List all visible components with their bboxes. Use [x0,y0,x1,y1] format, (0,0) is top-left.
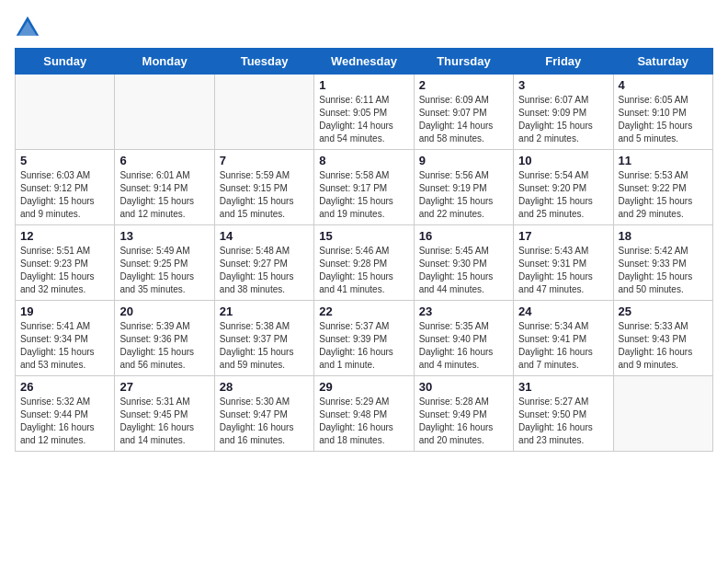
calendar-cell [613,376,712,452]
calendar-cell: 24Sunrise: 5:34 AM Sunset: 9:41 PM Dayli… [514,301,613,376]
calendar-cell: 15Sunrise: 5:46 AM Sunset: 9:28 PM Dayli… [314,225,414,301]
calendar-cell: 10Sunrise: 5:54 AM Sunset: 9:20 PM Dayli… [514,150,613,225]
calendar-cell: 11Sunrise: 5:53 AM Sunset: 9:22 PM Dayli… [613,150,712,225]
day-info: Sunrise: 6:07 AM Sunset: 9:09 PM Dayligh… [518,94,608,145]
day-header-tuesday: Tuesday [214,49,313,75]
calendar-cell: 9Sunrise: 5:56 AM Sunset: 9:19 PM Daylig… [414,150,513,225]
day-info: Sunrise: 5:34 AM Sunset: 9:41 PM Dayligh… [518,320,608,372]
calendar-cell: 5Sunrise: 6:03 AM Sunset: 9:12 PM Daylig… [16,150,115,225]
calendar-header-row: SundayMondayTuesdayWednesdayThursdayFrid… [16,49,713,75]
day-info: Sunrise: 5:38 AM Sunset: 9:37 PM Dayligh… [220,320,309,372]
day-number: 16 [419,229,508,243]
day-number: 27 [119,380,209,394]
calendar-cell: 16Sunrise: 5:45 AM Sunset: 9:30 PM Dayli… [414,225,513,301]
day-info: Sunrise: 5:30 AM Sunset: 9:47 PM Dayligh… [220,396,309,447]
day-number: 20 [119,304,209,318]
day-info: Sunrise: 5:54 AM Sunset: 9:20 PM Dayligh… [518,169,608,221]
day-info: Sunrise: 5:48 AM Sunset: 9:27 PM Dayligh… [220,245,309,296]
calendar-cell: 3Sunrise: 6:07 AM Sunset: 9:09 PM Daylig… [514,75,613,150]
day-number: 9 [419,154,508,167]
calendar-cell: 23Sunrise: 5:35 AM Sunset: 9:40 PM Dayli… [414,301,513,376]
day-number: 31 [518,380,608,394]
day-info: Sunrise: 5:59 AM Sunset: 9:15 PM Dayligh… [220,169,309,221]
day-number: 7 [220,154,309,167]
day-number: 11 [619,154,708,167]
day-info: Sunrise: 5:53 AM Sunset: 9:22 PM Dayligh… [619,169,708,221]
day-number: 30 [419,380,508,394]
day-info: Sunrise: 5:27 AM Sunset: 9:50 PM Dayligh… [518,396,608,447]
day-number: 14 [220,229,309,243]
calendar-cell: 27Sunrise: 5:31 AM Sunset: 9:45 PM Dayli… [115,376,214,452]
day-info: Sunrise: 5:28 AM Sunset: 9:49 PM Dayligh… [419,396,508,447]
calendar-cell: 28Sunrise: 5:30 AM Sunset: 9:47 PM Dayli… [214,376,313,452]
day-info: Sunrise: 5:29 AM Sunset: 9:48 PM Dayligh… [319,396,408,447]
day-number: 19 [20,304,109,318]
calendar-week-row: 26Sunrise: 5:32 AM Sunset: 9:44 PM Dayli… [16,376,713,452]
calendar-cell: 7Sunrise: 5:59 AM Sunset: 9:15 PM Daylig… [214,150,313,225]
day-header-wednesday: Wednesday [314,49,414,75]
day-number: 2 [419,78,508,92]
calendar-cell: 4Sunrise: 6:05 AM Sunset: 9:10 PM Daylig… [613,75,712,150]
calendar-cell: 13Sunrise: 5:49 AM Sunset: 9:25 PM Dayli… [115,225,214,301]
calendar-cell: 12Sunrise: 5:51 AM Sunset: 9:23 PM Dayli… [16,225,115,301]
day-info: Sunrise: 6:03 AM Sunset: 9:12 PM Dayligh… [20,169,109,221]
calendar-cell: 29Sunrise: 5:29 AM Sunset: 9:48 PM Dayli… [314,376,414,452]
day-info: Sunrise: 5:58 AM Sunset: 9:17 PM Dayligh… [319,169,408,221]
day-number: 3 [518,78,608,92]
calendar-week-row: 19Sunrise: 5:41 AM Sunset: 9:34 PM Dayli… [16,301,713,376]
day-number: 1 [319,78,408,92]
calendar-cell: 6Sunrise: 6:01 AM Sunset: 9:14 PM Daylig… [115,150,214,225]
day-info: Sunrise: 5:43 AM Sunset: 9:31 PM Dayligh… [518,245,608,296]
day-header-sunday: Sunday [16,49,115,75]
calendar-cell: 31Sunrise: 5:27 AM Sunset: 9:50 PM Dayli… [514,376,613,452]
day-info: Sunrise: 5:49 AM Sunset: 9:25 PM Dayligh… [119,245,209,296]
day-info: Sunrise: 5:37 AM Sunset: 9:39 PM Dayligh… [319,320,408,372]
calendar-table: SundayMondayTuesdayWednesdayThursdayFrid… [15,48,713,452]
day-number: 10 [518,154,608,167]
calendar-cell [16,75,115,150]
day-number: 21 [220,304,309,318]
calendar-cell: 8Sunrise: 5:58 AM Sunset: 9:17 PM Daylig… [314,150,414,225]
day-number: 23 [419,304,508,318]
day-number: 4 [619,78,708,92]
day-info: Sunrise: 5:56 AM Sunset: 9:19 PM Dayligh… [419,169,508,221]
day-number: 13 [119,229,209,243]
day-number: 29 [319,380,408,394]
day-header-monday: Monday [115,49,214,75]
calendar-cell [115,75,214,150]
day-header-thursday: Thursday [414,49,513,75]
calendar-week-row: 1Sunrise: 6:11 AM Sunset: 9:05 PM Daylig… [16,75,713,150]
calendar-cell: 25Sunrise: 5:33 AM Sunset: 9:43 PM Dayli… [613,301,712,376]
calendar-week-row: 5Sunrise: 6:03 AM Sunset: 9:12 PM Daylig… [16,150,713,225]
day-info: Sunrise: 5:31 AM Sunset: 9:45 PM Dayligh… [119,396,209,447]
calendar-cell: 21Sunrise: 5:38 AM Sunset: 9:37 PM Dayli… [214,301,313,376]
page-header [15,15,713,40]
day-info: Sunrise: 5:45 AM Sunset: 9:30 PM Dayligh… [419,245,508,296]
day-info: Sunrise: 5:41 AM Sunset: 9:34 PM Dayligh… [20,320,109,372]
day-header-saturday: Saturday [613,49,712,75]
day-info: Sunrise: 6:05 AM Sunset: 9:10 PM Dayligh… [619,94,708,145]
calendar-cell: 1Sunrise: 6:11 AM Sunset: 9:05 PM Daylig… [314,75,414,150]
day-info: Sunrise: 6:11 AM Sunset: 9:05 PM Dayligh… [319,94,408,145]
day-number: 24 [518,304,608,318]
calendar-cell: 17Sunrise: 5:43 AM Sunset: 9:31 PM Dayli… [514,225,613,301]
day-info: Sunrise: 6:01 AM Sunset: 9:14 PM Dayligh… [119,169,209,221]
calendar-cell: 22Sunrise: 5:37 AM Sunset: 9:39 PM Dayli… [314,301,414,376]
day-number: 28 [220,380,309,394]
day-info: Sunrise: 5:35 AM Sunset: 9:40 PM Dayligh… [419,320,508,372]
day-info: Sunrise: 5:39 AM Sunset: 9:36 PM Dayligh… [119,320,209,372]
calendar-cell: 30Sunrise: 5:28 AM Sunset: 9:49 PM Dayli… [414,376,513,452]
day-info: Sunrise: 5:51 AM Sunset: 9:23 PM Dayligh… [20,245,109,296]
calendar-cell: 26Sunrise: 5:32 AM Sunset: 9:44 PM Dayli… [16,376,115,452]
calendar-cell: 14Sunrise: 5:48 AM Sunset: 9:27 PM Dayli… [214,225,313,301]
day-info: Sunrise: 5:46 AM Sunset: 9:28 PM Dayligh… [319,245,408,296]
day-number: 12 [20,229,109,243]
day-number: 18 [619,229,708,243]
calendar-cell: 20Sunrise: 5:39 AM Sunset: 9:36 PM Dayli… [115,301,214,376]
day-info: Sunrise: 5:32 AM Sunset: 9:44 PM Dayligh… [20,396,109,447]
day-number: 6 [119,154,209,167]
day-info: Sunrise: 5:33 AM Sunset: 9:43 PM Dayligh… [619,320,708,372]
calendar-cell: 18Sunrise: 5:42 AM Sunset: 9:33 PM Dayli… [613,225,712,301]
calendar-cell [214,75,313,150]
day-info: Sunrise: 6:09 AM Sunset: 9:07 PM Dayligh… [419,94,508,145]
